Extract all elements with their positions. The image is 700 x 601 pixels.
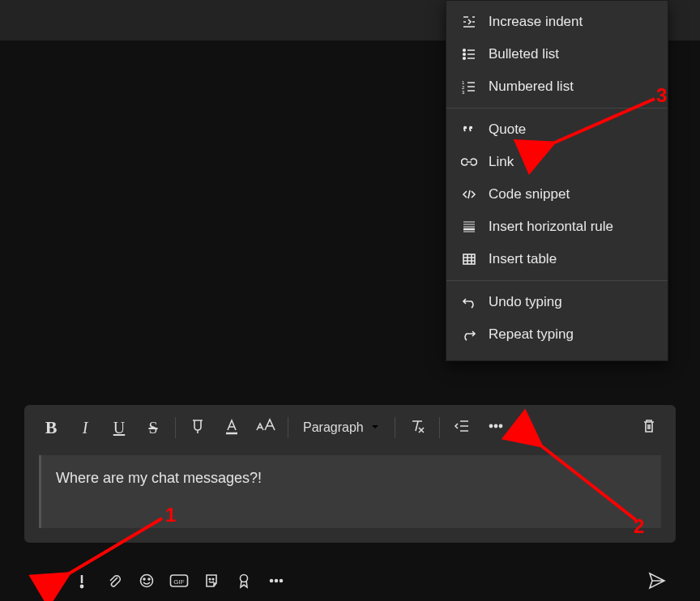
clear-formatting-button[interactable]: [402, 412, 433, 443]
format-context-menu: Increase indent Bulleted list 123 Number…: [446, 0, 668, 361]
svg-text:GIF: GIF: [173, 578, 184, 586]
code-icon: [461, 186, 477, 202]
ribbon-icon: [236, 573, 252, 592]
decrease-indent-button[interactable]: [446, 412, 477, 443]
underline-glyph: U: [113, 419, 125, 437]
send-icon: [647, 571, 667, 594]
menu-group-indent: Increase indent Bulleted list 123 Number…: [446, 1, 668, 108]
more-icon: [487, 417, 505, 438]
menu-group-history: Undo typing Repeat typing: [446, 281, 668, 356]
svg-text:3: 3: [462, 90, 465, 95]
menu-item-code-snippet[interactable]: Code snippet: [446, 178, 668, 211]
svg-point-20: [275, 580, 278, 582]
link-icon: [461, 154, 477, 170]
format-icon: [41, 572, 58, 593]
svg-point-13: [148, 578, 150, 580]
compose-area: B I U S Paragraph: [24, 405, 676, 543]
gif-button[interactable]: GIF: [165, 569, 193, 596]
chevron-down-icon: [370, 420, 380, 435]
menu-item-numbered-list[interactable]: 123 Numbered list: [446, 70, 668, 103]
menu-item-link[interactable]: Link: [446, 146, 668, 178]
delete-button[interactable]: [634, 412, 664, 443]
menu-item-label: Undo typing: [489, 294, 562, 310]
more-options-button[interactable]: [480, 412, 511, 443]
menu-item-label: Repeat typing: [489, 326, 574, 343]
menu-item-label: Bulleted list: [489, 46, 559, 62]
message-text: Where are my chat messages?!: [56, 470, 262, 486]
undo-icon: [461, 294, 477, 310]
toolbar-divider: [395, 417, 395, 438]
attach-button[interactable]: [100, 569, 128, 596]
more-icon: [268, 573, 284, 592]
horizontal-rule-icon: [461, 219, 477, 235]
svg-point-10: [80, 585, 83, 587]
highlight-icon: [189, 417, 207, 438]
numbered-list-icon: 123: [461, 79, 477, 95]
strike-glyph: S: [148, 419, 157, 437]
svg-point-2: [463, 58, 466, 60]
toolbar-divider: [175, 417, 176, 438]
exclamation-icon: [74, 573, 90, 592]
font-size-icon: [255, 417, 276, 438]
menu-item-redo[interactable]: Repeat typing: [446, 318, 668, 351]
paragraph-style-dropdown[interactable]: Paragraph: [293, 412, 390, 443]
annotation-number-1: 1: [165, 504, 176, 526]
importance-button[interactable]: [68, 569, 96, 596]
svg-point-21: [280, 580, 283, 582]
approvals-button[interactable]: [230, 569, 258, 596]
compose-actions-bar: GIF: [36, 569, 676, 596]
highlight-button[interactable]: [182, 412, 213, 443]
svg-point-7: [489, 424, 492, 427]
svg-point-1: [463, 53, 466, 56]
emoji-icon: [139, 573, 155, 592]
annotation-number-2: 2: [634, 515, 644, 538]
bulleted-list-icon: [461, 46, 477, 62]
format-toggle-button[interactable]: [36, 569, 63, 596]
menu-item-undo[interactable]: Undo typing: [446, 286, 668, 318]
font-size-button[interactable]: [250, 412, 281, 443]
svg-point-9: [499, 424, 502, 427]
menu-item-label: Insert table: [489, 251, 557, 267]
formatting-toolbar: B I U S Paragraph: [24, 405, 676, 450]
italic-button[interactable]: I: [70, 412, 100, 443]
message-input[interactable]: Where are my chat messages?!: [39, 455, 661, 528]
svg-point-11: [141, 575, 153, 587]
quote-icon: [461, 121, 477, 138]
menu-item-increase-indent[interactable]: Increase indent: [446, 6, 668, 38]
annotation-number-3: 3: [656, 84, 667, 107]
sticker-button[interactable]: [198, 569, 225, 596]
menu-group-insert: Quote Link Code snippet Insert horizonta…: [446, 109, 668, 280]
toolbar-divider: [288, 417, 288, 438]
menu-item-label: Link: [489, 154, 514, 170]
gif-icon: GIF: [169, 573, 189, 592]
increase-indent-icon: [461, 14, 477, 30]
redo-icon: [461, 326, 477, 343]
italic-glyph: I: [83, 419, 88, 437]
svg-rect-6: [463, 254, 475, 264]
strikethrough-button[interactable]: S: [138, 412, 169, 443]
bold-glyph: B: [45, 417, 58, 438]
sticker-icon: [203, 573, 220, 592]
trash-icon: [641, 418, 657, 437]
svg-point-16: [209, 578, 211, 580]
menu-item-bulleted-list[interactable]: Bulleted list: [446, 38, 668, 70]
svg-point-19: [271, 580, 273, 582]
font-color-button[interactable]: [216, 412, 247, 443]
menu-item-label: Increase indent: [489, 14, 583, 30]
decrease-indent-icon: [453, 417, 471, 438]
font-color-icon: [223, 417, 241, 438]
menu-item-label: Insert horizontal rule: [489, 219, 613, 235]
emoji-button[interactable]: [133, 569, 160, 596]
bold-button[interactable]: B: [36, 412, 66, 443]
more-actions-button[interactable]: [262, 569, 290, 596]
menu-item-insert-table[interactable]: Insert table: [446, 243, 668, 275]
toolbar-divider: [439, 417, 440, 438]
menu-item-label: Quote: [489, 121, 526, 138]
menu-item-quote[interactable]: Quote: [446, 113, 668, 146]
svg-point-17: [212, 578, 214, 580]
svg-point-12: [143, 578, 145, 580]
underline-button[interactable]: U: [104, 412, 134, 443]
menu-item-horizontal-rule[interactable]: Insert horizontal rule: [446, 211, 668, 243]
send-button[interactable]: [643, 569, 671, 596]
table-icon: [461, 251, 477, 267]
